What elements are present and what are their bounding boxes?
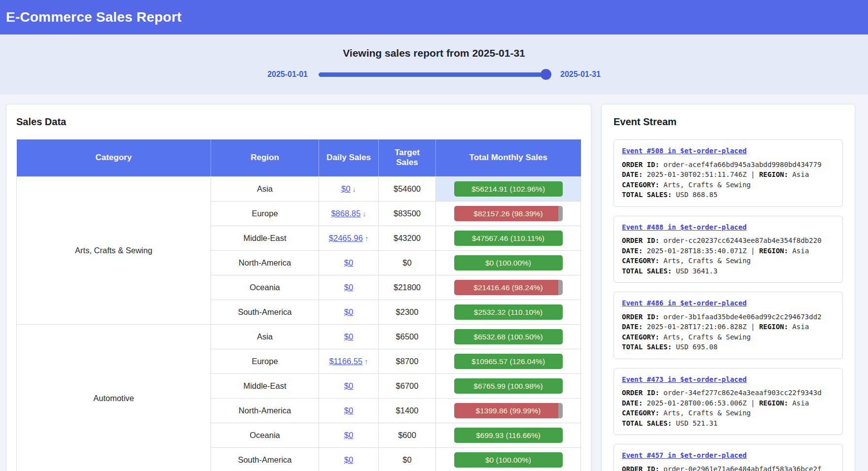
event-card: Event #473 in $et-order-placedORDER ID: …: [614, 368, 843, 436]
event-field-date-region: DATE: 2025-01-28T18:35:40.071Z | REGION:…: [622, 246, 834, 256]
event-link[interactable]: Event #473 in $et-order-placed: [622, 374, 747, 385]
monthly-sales-badge: $6765.99 (100.98%): [454, 378, 563, 394]
daily-sales-link[interactable]: $2465.96: [329, 234, 363, 242]
column-header-daily-sales: Daily Sales: [319, 139, 379, 176]
target-sales-cell: $0: [379, 447, 436, 471]
slider-title: Viewing sales report from 2025-01-31: [0, 47, 868, 59]
daily-sales-link[interactable]: $1166.55: [329, 357, 362, 366]
slider-thumb[interactable]: [541, 69, 551, 80]
target-sales-cell: $8700: [379, 349, 436, 373]
event-field-order-id: ORDER ID: order-0e2961e71a6e484abfadf583…: [622, 464, 834, 471]
total-monthly-sales-cell: $10965.57 (126.04%): [436, 349, 581, 373]
daily-sales-link[interactable]: $0: [344, 307, 353, 316]
event-field-date-region: DATE: 2025-01-28T17:21:06.828Z | REGION:…: [622, 322, 834, 332]
daily-sales-cell: $0: [319, 324, 379, 349]
region-cell: Asia: [211, 176, 319, 201]
region-cell: Oceania: [211, 423, 319, 447]
monthly-sales-badge: $56214.91 (102.96%): [454, 181, 563, 197]
target-sales-cell: $6700: [379, 373, 436, 398]
event-field-category: CATEGORY: Arts, Crafts & Sewing: [622, 256, 834, 266]
target-sales-cell: $21800: [379, 275, 436, 300]
event-card: Event #486 in $et-order-placedORDER ID: …: [614, 292, 843, 359]
event-link[interactable]: Event #457 in $et-order-placed: [622, 450, 747, 461]
event-card: Event #488 in $et-order-placedORDER ID: …: [614, 216, 843, 283]
monthly-sales-badge: $82157.26 (98.39%): [454, 206, 563, 221]
category-cell: Arts, Crafts & Sewing: [17, 176, 211, 324]
total-monthly-sales-cell: $0 (100.00%): [436, 250, 581, 275]
event-link[interactable]: Event #508 in $et-order-placed: [622, 146, 747, 156]
daily-sales-link[interactable]: $0: [344, 258, 353, 267]
region-cell: South-America: [211, 300, 319, 324]
main-content: Sales Data Category Region Daily Sales T…: [0, 95, 868, 471]
event-field-category: CATEGORY: Arts, Crafts & Sewing: [622, 332, 834, 342]
date-slider-section: Viewing sales report from 2025-01-31 202…: [0, 34, 868, 95]
target-sales-cell: $43200: [379, 226, 436, 250]
target-sales-cell: $6500: [379, 324, 436, 349]
target-sales-cell: $0: [379, 250, 436, 275]
date-range-slider[interactable]: [319, 69, 549, 80]
daily-sales-link[interactable]: $868.85: [331, 209, 361, 218]
event-link[interactable]: Event #488 in $et-order-placed: [622, 222, 747, 233]
total-monthly-sales-cell: $1399.86 (99.99%): [436, 398, 581, 423]
total-monthly-sales-cell: $2532.32 (110.10%): [436, 300, 581, 324]
monthly-sales-badge: $0 (100.00%): [454, 452, 563, 468]
monthly-sales-badge: $21416.46 (98.24%): [454, 280, 563, 295]
daily-sales-link[interactable]: $0: [344, 381, 353, 390]
monthly-sales-badge: $699.93 (116.66%): [454, 428, 563, 443]
event-card: Event #508 in $et-order-placedORDER ID: …: [614, 139, 843, 207]
slider-track[interactable]: [319, 72, 549, 77]
slider-end-label: 2025-01-31: [560, 70, 601, 79]
event-field-date-region: DATE: 2025-01-30T02:51:11.746Z | REGION:…: [622, 169, 834, 180]
trend-down-icon: ↓: [362, 209, 366, 218]
region-cell: South-America: [211, 447, 319, 471]
daily-sales-link[interactable]: $0: [344, 406, 353, 415]
daily-sales-link[interactable]: $0: [344, 283, 353, 292]
event-stream-panel: Event Stream Event #508 in $et-order-pla…: [601, 104, 855, 471]
event-field-order-id: ORDER ID: order-cc20237cc62443ee87ab4e35…: [622, 236, 834, 246]
total-monthly-sales-cell: $6765.99 (100.98%): [436, 373, 581, 398]
trend-up-icon: ↑: [364, 357, 368, 366]
total-monthly-sales-cell: $47567.46 (110.11%): [436, 226, 581, 250]
target-sales-cell: $2300: [379, 300, 436, 324]
event-card: Event #457 in $et-order-placedORDER ID: …: [614, 444, 843, 471]
event-field-date-region: DATE: 2025-01-28T00:06:53.006Z | REGION:…: [622, 398, 834, 408]
daily-sales-cell: $0: [319, 275, 379, 300]
total-monthly-sales-cell: $82157.26 (98.39%): [436, 201, 581, 226]
total-monthly-sales-cell: $699.93 (116.66%): [436, 423, 581, 447]
trend-down-icon: ↓: [352, 185, 356, 193]
target-sales-cell: $83500: [379, 201, 436, 226]
monthly-sales-badge: $10965.57 (126.04%): [454, 354, 563, 369]
monthly-sales-badge: $0 (100.00%): [454, 255, 563, 270]
event-link[interactable]: Event #486 in $et-order-placed: [622, 298, 747, 308]
region-cell: Europe: [211, 201, 319, 226]
monthly-sales-badge: $2532.32 (110.10%): [454, 304, 563, 320]
column-header-target-sales: Target Sales: [379, 139, 436, 176]
monthly-sales-badge: $47567.46 (110.11%): [454, 231, 563, 246]
daily-sales-cell: $0: [319, 300, 379, 324]
daily-sales-link[interactable]: $0: [344, 431, 353, 439]
daily-sales-link[interactable]: $0: [344, 332, 353, 341]
total-monthly-sales-cell: $0 (100.00%): [436, 447, 581, 471]
total-monthly-sales-cell: $21416.46 (98.24%): [436, 275, 581, 300]
daily-sales-cell: $0: [319, 447, 379, 471]
daily-sales-link[interactable]: $0: [341, 184, 350, 193]
region-cell: Europe: [211, 349, 319, 373]
table-header-row: Category Region Daily Sales Target Sales…: [17, 139, 581, 176]
target-sales-cell: $600: [379, 423, 436, 447]
sales-data-panel: Sales Data Category Region Daily Sales T…: [6, 104, 591, 471]
monthly-sales-badge: $6532.68 (100.50%): [454, 329, 563, 344]
column-header-category: Category: [17, 139, 211, 176]
monthly-sales-badge: $1399.86 (99.99%): [454, 403, 563, 418]
page-title: E-Commerce Sales Report: [6, 9, 181, 25]
event-field-category: CATEGORY: Arts, Crafts & Sewing: [622, 408, 834, 418]
sales-data-heading: Sales Data: [16, 116, 581, 128]
daily-sales-link[interactable]: $0: [344, 455, 353, 464]
event-field-category: CATEGORY: Arts, Crafts & Sewing: [622, 180, 834, 190]
slider-start-label: 2025-01-01: [267, 70, 308, 79]
daily-sales-cell: $0: [319, 250, 379, 275]
daily-sales-cell: $0: [319, 373, 379, 398]
total-monthly-sales-cell: $6532.68 (100.50%): [436, 324, 581, 349]
event-field-order-id: ORDER ID: order-acef4fa66bd945a3abdd9980…: [622, 160, 834, 170]
event-stream-heading: Event Stream: [614, 116, 843, 128]
target-sales-cell: $1400: [379, 398, 436, 423]
